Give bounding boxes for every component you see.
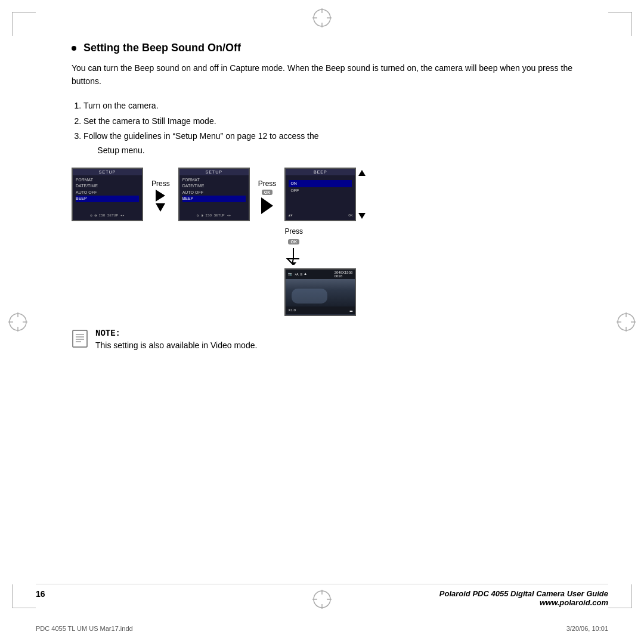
flash-icon: ⚡A — [294, 272, 298, 277]
screen3-menu: ON OFF — [286, 175, 355, 197]
up-arrow-icon — [358, 170, 366, 176]
camera-preview: 📷 ⚡A ⊡ ▲ 2048X1536 0016 — [284, 268, 356, 316]
arrow-right-icon-1 — [156, 190, 165, 202]
section-title-text: Setting the Beep Sound On/Off — [83, 42, 241, 54]
arrow-to-preview — [284, 247, 302, 265]
menu-item-on: ON — [289, 180, 352, 188]
camera-image — [286, 279, 355, 306]
arrow-right-icon-2 — [261, 197, 273, 214]
body-text: You can turn the Beep sound on and off i… — [72, 61, 572, 88]
svg-rect-21 — [73, 330, 87, 347]
ok-button-1: OK — [262, 190, 273, 195]
footer-icon2: ✿ ◑ ISO SETUP ◂▸ — [197, 213, 231, 218]
note-icon — [72, 329, 88, 352]
step-1: Turn on the camera. — [83, 99, 572, 113]
screen2-group: SETUP FORMAT DATE/TIME AUTO OFF BEEP ✿ ◑… — [178, 168, 250, 221]
page: Setting the Beep Sound On/Off You can tu… — [0, 0, 644, 644]
note-content: NOTE: This setting is also available in … — [95, 328, 257, 352]
main-content: Setting the Beep Sound On/Off You can tu… — [72, 42, 572, 352]
footer-right: Polaroid PDC 4055 Digital Camera User Gu… — [439, 589, 608, 607]
camera-top-bar: 📷 ⚡A ⊡ ▲ 2048X1536 0016 — [286, 270, 355, 279]
screen3: BEEP ON OFF ▲▼ OK — [284, 168, 356, 221]
note-section: NOTE: This setting is also available in … — [72, 328, 572, 352]
file-info: PDC 4055 TL UM US Mar17.indd — [36, 625, 133, 632]
ok-button-2: OK — [288, 239, 299, 244]
press-arrow-2: Press OK — [252, 168, 283, 214]
menu-item-datetime2: DATE/TIME — [182, 183, 246, 190]
screen1-group: SETUP FORMAT DATE/TIME AUTO OFF BEEP ✿ ◑… — [72, 168, 143, 221]
screen3-group: BEEP ON OFF ▲▼ OK — [284, 168, 356, 316]
diagram-area: SETUP FORMAT DATE/TIME AUTO OFF BEEP ✿ ◑… — [72, 168, 572, 316]
timer-icon: ⊡ — [301, 272, 303, 277]
bullet-icon — [72, 46, 76, 51]
battery-icon: ▬ — [350, 308, 353, 313]
page-number: 16 — [36, 589, 45, 599]
resolution-display: 2048X1536 0016 — [335, 271, 353, 278]
zoom-level: X1.0 — [288, 308, 295, 312]
camera-icon: 📷 — [288, 272, 292, 277]
vertical-nav-arrows — [358, 170, 366, 219]
screen3-header: BEEP — [286, 169, 355, 175]
screen1: SETUP FORMAT DATE/TIME AUTO OFF BEEP ✿ ◑… — [72, 168, 143, 221]
press-arrow-1: Press — [145, 168, 176, 212]
steps-list: Turn on the camera. Set the camera to St… — [83, 99, 572, 158]
website: www.polaroid.com — [439, 598, 608, 607]
press-label-2: Press — [258, 179, 277, 188]
crosshair-top — [311, 7, 333, 29]
mountain-icon: ▲ — [304, 272, 306, 277]
crosshair-left — [7, 311, 29, 333]
beep-ok-icon: OK — [348, 213, 352, 218]
screen3-bottom: ▲▼ OK — [288, 213, 352, 218]
screen2-menu: FORMAT DATE/TIME AUTO OFF BEEP — [179, 175, 249, 204]
frame-count: 0016 — [335, 274, 353, 278]
screen1-menu: FORMAT DATE/TIME AUTO OFF BEEP — [73, 175, 142, 204]
arrow-down-wrap-1 — [156, 190, 165, 212]
press-ok-section: Press OK — [284, 227, 303, 244]
crosshair-right — [615, 311, 637, 333]
guide-title: Polaroid PDC 4055 Digital Camera User Gu… — [439, 589, 608, 598]
corner-mark-bl — [12, 584, 36, 608]
note-label: NOTE: — [95, 329, 120, 338]
step-3-text: Follow the guidelines in “Setup Menu” on… — [83, 131, 319, 155]
menu-item-datetime1: DATE/TIME — [76, 183, 139, 190]
down-arrow-icon — [358, 213, 366, 219]
press-label-1: Press — [151, 179, 170, 188]
menu-item-autooff1: AUTO OFF — [76, 190, 139, 196]
press-label-3: Press — [284, 227, 303, 236]
screen1-header: SETUP — [73, 169, 142, 175]
menu-item-off: OFF — [289, 187, 352, 195]
screen1-footer: ✿ ◑ ISO SETUP ◂▸ — [73, 212, 142, 219]
svg-marker-20 — [290, 262, 296, 265]
menu-item-beep2: BEEP — [182, 196, 246, 202]
menu-item-beep1: BEEP — [76, 196, 139, 202]
footer-icon1: ✿ ◑ ISO SETUP ◂▸ — [90, 213, 125, 218]
beep-screen-wrap: BEEP ON OFF ▲▼ OK — [284, 168, 356, 221]
section-title: Setting the Beep Sound On/Off — [72, 42, 572, 54]
menu-item-autooff2: AUTO OFF — [182, 190, 246, 196]
page-footer: 16 Polaroid PDC 4055 Digital Camera User… — [36, 584, 608, 607]
camera-icons: 📷 ⚡A ⊡ ▲ — [288, 272, 306, 277]
cloud-shape — [292, 289, 327, 304]
date-info: 3/20/06, 10:01 — [566, 625, 608, 632]
down-arrow-svg — [284, 247, 302, 265]
screen2-footer: ✿ ◑ ISO SETUP ◂▸ — [179, 212, 249, 219]
arrow-down-icon-1 — [156, 203, 165, 212]
curved-arrow-wrap — [284, 247, 302, 265]
screen2-header: SETUP — [179, 169, 249, 175]
corner-mark-tr — [608, 12, 632, 36]
bottom-bar: PDC 4055 TL UM US Mar17.indd 3/20/06, 10… — [36, 625, 608, 632]
note-body: This setting is also available in Video … — [95, 340, 257, 350]
screen2: SETUP FORMAT DATE/TIME AUTO OFF BEEP ✿ ◑… — [178, 168, 250, 221]
camera-bottom-bar: X1.0 ▬ — [286, 306, 355, 314]
ok-arrow-wrap: OK — [261, 190, 273, 214]
corner-mark-tl — [12, 12, 36, 36]
menu-item-format2: FORMAT — [182, 177, 246, 184]
step-2: Set the camera to Still Image mode. — [83, 114, 572, 129]
beep-nav-icon: ▲▼ — [288, 213, 292, 218]
menu-item-format1: FORMAT — [76, 177, 139, 184]
corner-mark-br — [608, 584, 632, 608]
step-3: Follow the guidelines in “Setup Menu” on… — [83, 129, 572, 158]
